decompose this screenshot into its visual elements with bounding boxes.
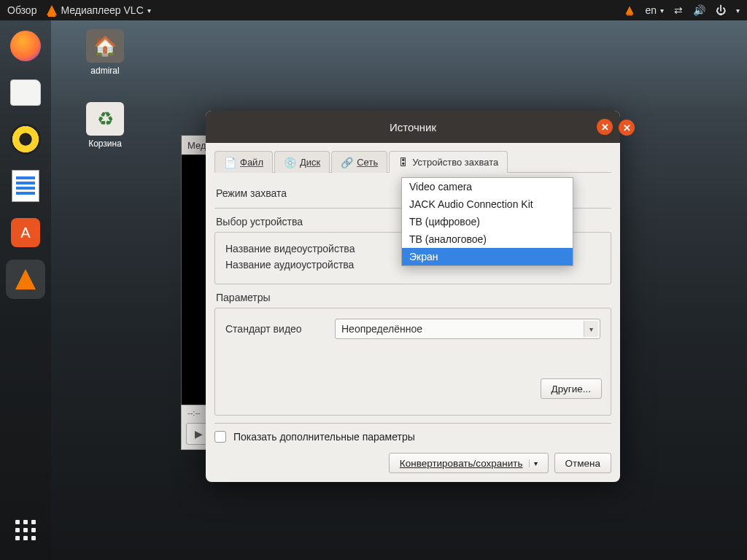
- chevron-down-icon: ▾: [660, 7, 664, 15]
- chevron-down-icon: ▾: [147, 7, 151, 15]
- capture-mode-label: Режим захвата: [216, 187, 384, 199]
- cancel-button[interactable]: Отмена: [554, 453, 611, 473]
- capture-mode-dropdown-list: Video camera JACK Audio Connection Kit Т…: [401, 177, 573, 266]
- desktop-icon-label: Корзина: [76, 139, 134, 149]
- chevron-down-icon: ▾: [584, 321, 598, 337]
- tab-disc[interactable]: 💿 Диск: [274, 151, 330, 173]
- activities-label: Обзор: [7, 4, 36, 16]
- desktop-icon-label: admiral: [76, 66, 134, 76]
- shopping-bag-icon: A: [11, 218, 40, 247]
- power-icon[interactable]: ⏻: [716, 4, 726, 16]
- dock-vlc[interactable]: [6, 260, 45, 299]
- app-menu-label: Медиаплеер VLC: [61, 4, 143, 16]
- volume-icon[interactable]: 🔊: [693, 4, 705, 16]
- params-section-heading: Параметры: [216, 292, 610, 303]
- activities-button[interactable]: Обзор: [7, 4, 36, 16]
- capture-option-video-camera[interactable]: Video camera: [402, 178, 573, 195]
- video-standard-label: Стандарт видео: [225, 323, 335, 335]
- trash-icon: ♻: [86, 102, 124, 136]
- tab-file-label: Файл: [240, 157, 263, 168]
- file-icon: 📄: [224, 157, 236, 168]
- time-elapsed: --:--: [187, 408, 201, 417]
- vlc-tray-icon[interactable]: [626, 6, 634, 14]
- capture-option-tv-analog[interactable]: ТВ (аналоговое): [402, 230, 573, 248]
- dock-software[interactable]: A: [6, 213, 45, 252]
- files-icon: [10, 79, 41, 106]
- audio-device-label: Название аудиоустройства: [225, 259, 383, 271]
- desktop-home-folder[interactable]: 🏠 admiral: [76, 29, 134, 76]
- video-device-label: Название видеоустройства: [225, 243, 383, 254]
- dialog-titlebar: Источник ✕: [206, 111, 620, 143]
- chevron-down-icon: ▾: [529, 459, 538, 467]
- source-tabs: 📄 Файл 💿 Диск 🔗 Сеть 🎛 Устройство захват…: [214, 150, 611, 173]
- tab-disc-label: Диск: [300, 157, 320, 168]
- top-panel: Обзор Медиаплеер VLC ▾ en ▾ ⇄ 🔊 ⏻ ▾: [0, 0, 747, 20]
- speaker-icon: [10, 124, 41, 155]
- vlc-cone-icon: [47, 5, 57, 15]
- advanced-options-button[interactable]: Другие...: [541, 378, 602, 399]
- dock-libreoffice-writer[interactable]: [6, 166, 45, 206]
- capture-option-jack[interactable]: JACK Audio Connection Kit: [402, 195, 573, 213]
- tab-file[interactable]: 📄 Файл: [214, 151, 273, 173]
- input-lang[interactable]: en ▾: [645, 4, 664, 16]
- params-fieldset: Стандарт видео Неопределённое ▾ Другие..…: [214, 308, 611, 416]
- vlc-cone-icon: [15, 269, 36, 289]
- show-more-params-checkbox[interactable]: [214, 431, 226, 443]
- capture-option-screen[interactable]: Экран: [402, 248, 573, 265]
- dialog-close-button[interactable]: ✕: [597, 119, 613, 135]
- convert-save-button[interactable]: Конвертировать/сохранить ▾: [389, 453, 549, 473]
- chevron-down-icon: ▾: [736, 7, 740, 15]
- document-icon: [12, 170, 39, 202]
- apps-grid-icon: [15, 520, 36, 540]
- network-icon: 🔗: [341, 157, 353, 168]
- show-more-params-label: Показать дополнительные параметры: [233, 431, 415, 443]
- disc-icon: 💿: [284, 157, 296, 168]
- tab-network-label: Сеть: [357, 157, 378, 168]
- open-source-dialog: Источник ✕ ✕ 📄 Файл 💿 Диск 🔗 Сеть 🎛 Устр…: [206, 111, 620, 482]
- parent-close-button[interactable]: ✕: [619, 120, 635, 136]
- dock-firefox[interactable]: [6, 26, 45, 66]
- dock: A: [0, 20, 51, 560]
- dock-rhythmbox[interactable]: [6, 120, 45, 159]
- video-standard-value: Неопределённое: [341, 323, 422, 335]
- button-label: Другие...: [551, 384, 591, 394]
- capture-icon: 🎛: [398, 156, 409, 168]
- home-folder-icon: 🏠: [86, 29, 124, 63]
- desktop-trash[interactable]: ♻ Корзина: [76, 102, 134, 149]
- app-menu[interactable]: Медиаплеер VLC ▾: [47, 4, 150, 16]
- capture-option-tv-digital[interactable]: ТВ (цифровое): [402, 213, 573, 230]
- dialog-title: Источник: [390, 121, 436, 133]
- lang-label: en: [645, 4, 657, 16]
- tab-capture-label: Устройство захвата: [412, 157, 498, 168]
- video-standard-dropdown[interactable]: Неопределённое ▾: [335, 319, 600, 339]
- button-label: Конвертировать/сохранить: [400, 458, 523, 469]
- close-icon: ✕: [601, 122, 609, 133]
- tab-network[interactable]: 🔗 Сеть: [331, 151, 387, 173]
- show-applications[interactable]: [6, 510, 45, 550]
- network-icon[interactable]: ⇄: [674, 4, 683, 16]
- dock-files[interactable]: [6, 73, 45, 112]
- play-icon: ▶: [195, 428, 203, 440]
- close-icon: ✕: [623, 122, 631, 133]
- menu-media-fragment: Мед: [187, 140, 206, 151]
- firefox-icon: [10, 31, 41, 61]
- tab-capture-device[interactable]: 🎛 Устройство захвата: [389, 151, 508, 173]
- button-label: Отмена: [565, 458, 600, 469]
